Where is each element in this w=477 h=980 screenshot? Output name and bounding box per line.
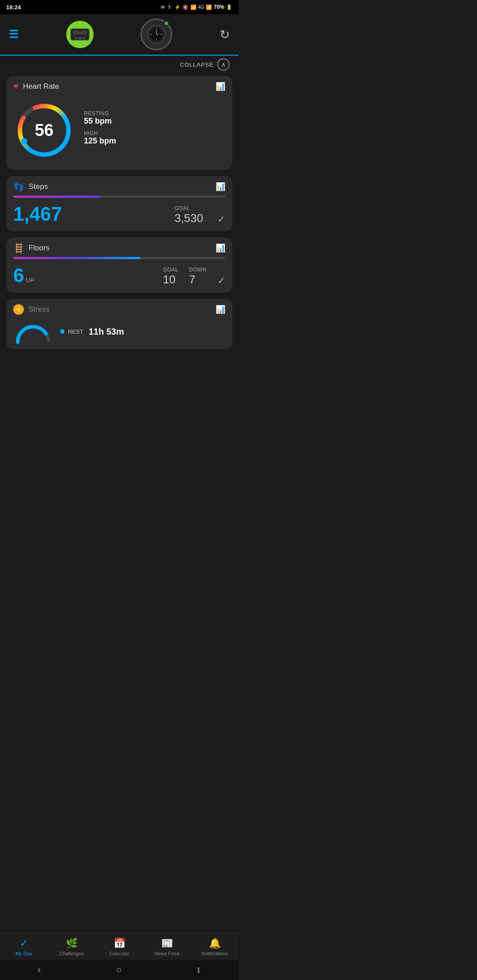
watch-connected-dot [164,21,169,26]
floors-check-icon: ✓ [217,275,225,286]
steps-goal-group: GOAL 3,530 [174,205,203,225]
heart-rate-stats: RESTING 55 bpm HIGH 125 bpm [84,110,225,150]
stress-header: ⚡ Stress 📊 [6,299,232,318]
floors-down-value: 7 [189,273,207,286]
heart-rate-title: Heart Rate [23,82,59,91]
heart-icon: ♥ [13,81,19,91]
refresh-button[interactable]: ↻ [220,27,230,42]
steps-icon: 👣 [13,181,24,192]
steps-check-icon: ✓ [217,214,225,225]
floors-up-label: UP [26,277,34,283]
mute-icon: 🔇 [182,4,189,10]
stress-body: REST 11h 53m [6,318,232,349]
stress-icon: ⚡ [13,304,24,315]
stress-card: ⚡ Stress 📊 REST 11h 53m [6,299,232,349]
floors-goal-label: GOAL [163,267,178,273]
heart-rate-title-group: ♥ Heart Rate [13,81,59,91]
battery-icon: 🔋 [226,4,232,10]
status-icons: ✉ 🏃 ⚡ 🔇 📶 4G 📶 70% 🔋 [161,4,232,10]
floors-stats-group: GOAL 10 DOWN 7 [163,267,207,286]
hr-high-row: HIGH 125 bpm [84,130,225,146]
steps-goal-label: GOAL [174,205,203,211]
chevron-up-icon: ∧ [221,61,226,68]
heart-rate-card: ♥ Heart Rate 📊 [6,76,232,170]
heart-rate-header: ♥ Heart Rate 📊 [6,76,232,95]
steps-title-group: 👣 Steps [13,181,48,192]
steps-chart-icon[interactable]: 📊 [216,182,225,192]
battery-text: 70% [214,4,224,10]
steps-card: 👣 Steps 📊 1,467 GOAL 3,530 ✓ [6,176,232,231]
hr-resting-value: 55 bpm [84,117,112,126]
bluetooth-icon: ⚡ [174,4,181,10]
collapse-bar: COLLAPSE ∧ [0,56,238,73]
mail-icon: ✉ [161,4,165,10]
status-time: 18:24 [6,4,21,11]
floors-down-group: DOWN 7 [189,267,207,286]
collapse-button[interactable]: ∧ [217,58,230,71]
menu-button[interactable]: ☰ [9,28,19,41]
floors-header: 🪜 Floors 📊 [6,237,232,257]
stress-rest-label: REST [68,328,83,335]
floors-chart-icon[interactable]: 📊 [216,243,225,253]
cards-container: ♥ Heart Rate 📊 [0,73,238,400]
heart-rate-chart-icon[interactable]: 📊 [216,82,225,91]
network-icon: 4G [198,5,204,10]
floors-goal-value: 10 [163,273,178,286]
floors-title: Floors [29,244,49,253]
person-icon: 🏃 [167,4,173,10]
watch-icon[interactable] [140,19,172,50]
status-bar: 18:24 ✉ 🏃 ⚡ 🔇 📶 4G 📶 70% 🔋 [0,0,238,14]
stress-rest-value: 11h 53m [89,327,124,337]
steps-header: 👣 Steps 📊 [6,176,232,196]
floors-value-group: 6 UP [13,264,35,286]
stress-rest-group: REST 11h 53m [60,327,225,337]
floors-value: 6 [13,264,24,286]
stress-chart-icon[interactable]: 📊 [216,305,225,314]
stress-gauge [13,320,53,343]
floors-card: 🪜 Floors 📊 6 UP GOAL 10 DOWN [6,237,232,293]
heart-rate-current: 56 [35,121,53,140]
wifi-icon: 📶 [190,4,197,10]
steps-body: 1,467 GOAL 3,530 ✓ [6,198,232,231]
signal-icon: 📶 [206,4,212,10]
top-header: ☰ [0,14,238,56]
floors-goal-group: GOAL 10 [163,267,178,286]
app-logo [66,21,94,48]
svg-point-7 [75,32,76,34]
floors-icon: 🪜 [13,243,24,253]
svg-point-8 [83,32,85,34]
hr-resting-label: RESTING [84,110,112,117]
hr-high-label: HIGH [84,130,116,136]
stress-title-group: ⚡ Stress [13,304,49,315]
svg-rect-5 [78,31,82,34]
hr-high-value: 125 bpm [84,136,116,146]
floors-body: 6 UP GOAL 10 DOWN 7 ✓ [6,259,232,293]
rest-dot [60,329,64,334]
steps-goal-value: 3,530 [174,211,203,225]
collapse-label: COLLAPSE [180,61,214,68]
stress-title: Stress [28,305,49,314]
svg-point-21 [21,138,27,144]
heart-rate-gauge: 56 [13,99,75,161]
floors-down-label: DOWN [189,267,207,273]
hr-resting-row: RESTING 55 bpm [84,110,225,126]
floors-title-group: 🪜 Floors [13,243,49,253]
steps-value: 1,467 [13,203,62,225]
steps-title: Steps [29,182,48,191]
heart-rate-body: 56 RESTING 55 bpm HIGH 125 bpm [6,95,232,170]
